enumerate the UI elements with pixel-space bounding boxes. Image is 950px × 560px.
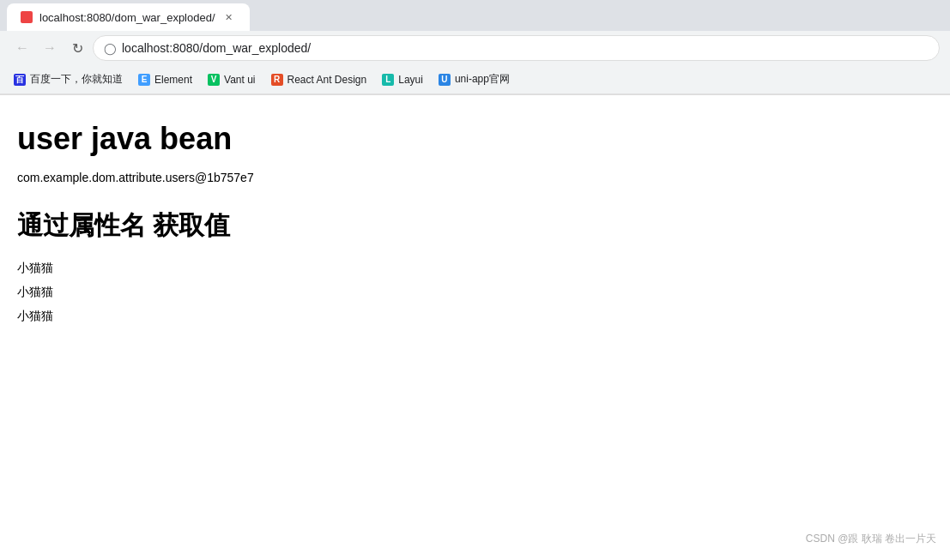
list-item: 小猫猫 bbox=[17, 285, 933, 300]
watermark-text: CSDN @跟 耿瑞 卷出一片天 bbox=[806, 533, 936, 545]
reload-icon: ↻ bbox=[72, 40, 83, 57]
address-bar[interactable]: ◯ localhost:8080/dom_war_exploded/ bbox=[93, 35, 940, 61]
nav-bar: ← → ↻ ◯ localhost:8080/dom_war_exploded/ bbox=[0, 31, 950, 65]
page-title: user java bean bbox=[17, 121, 933, 157]
element-favicon: E bbox=[138, 74, 150, 86]
active-tab[interactable]: localhost:8080/dom_war_exploded/ ✕ bbox=[7, 3, 250, 31]
tab-title: localhost:8080/dom_war_exploded/ bbox=[39, 11, 215, 24]
forward-icon: → bbox=[43, 40, 57, 56]
react-label: React Ant Design bbox=[287, 74, 367, 86]
layui-label: Layui bbox=[398, 74, 423, 86]
react-favicon: R bbox=[271, 74, 283, 86]
url-text: localhost:8080/dom_war_exploded/ bbox=[122, 41, 311, 55]
bookmarks-bar: 百百度一下，你就知道EElementVVant uiRReact Ant Des… bbox=[0, 65, 950, 94]
bookmark-uni[interactable]: Uuni-app官网 bbox=[432, 69, 517, 91]
bookmark-baidu[interactable]: 百百度一下，你就知道 bbox=[7, 69, 130, 91]
browser-chrome: localhost:8080/dom_war_exploded/ ✕ ← → ↻… bbox=[0, 0, 950, 95]
uni-favicon: U bbox=[439, 74, 451, 86]
forward-button[interactable]: → bbox=[38, 36, 62, 60]
element-label: Element bbox=[154, 74, 192, 86]
baidu-label: 百度一下，你就知道 bbox=[30, 72, 123, 87]
tab-favicon bbox=[21, 11, 33, 23]
back-button[interactable]: ← bbox=[10, 36, 34, 60]
vant-label: Vant ui bbox=[224, 74, 255, 86]
vant-favicon: V bbox=[208, 74, 220, 86]
bookmark-react[interactable]: RReact Ant Design bbox=[264, 69, 374, 91]
reload-button[interactable]: ↻ bbox=[65, 36, 89, 60]
back-icon: ← bbox=[15, 40, 29, 56]
section-title: 通过属性名 获取值 bbox=[17, 208, 933, 244]
uni-label: uni-app官网 bbox=[455, 72, 510, 87]
tab-bar: localhost:8080/dom_war_exploded/ ✕ bbox=[0, 0, 950, 31]
list-container: 小猫猫小猫猫小猫猫 bbox=[17, 261, 933, 324]
list-item: 小猫猫 bbox=[17, 261, 933, 276]
bean-reference: com.example.dom.attribute.users@1b757e7 bbox=[17, 171, 933, 184]
page-content: user java bean com.example.dom.attribute… bbox=[0, 95, 950, 350]
tab-close-button[interactable]: ✕ bbox=[222, 10, 236, 24]
bookmark-vant[interactable]: VVant ui bbox=[201, 69, 262, 91]
list-item: 小猫猫 bbox=[17, 309, 933, 324]
baidu-favicon: 百 bbox=[14, 74, 26, 86]
bookmark-element[interactable]: EElement bbox=[131, 69, 199, 91]
bookmark-layui[interactable]: LLayui bbox=[375, 69, 430, 91]
lock-icon: ◯ bbox=[104, 42, 117, 55]
layui-favicon: L bbox=[382, 74, 394, 86]
watermark: CSDN @跟 耿瑞 卷出一片天 bbox=[806, 532, 936, 546]
